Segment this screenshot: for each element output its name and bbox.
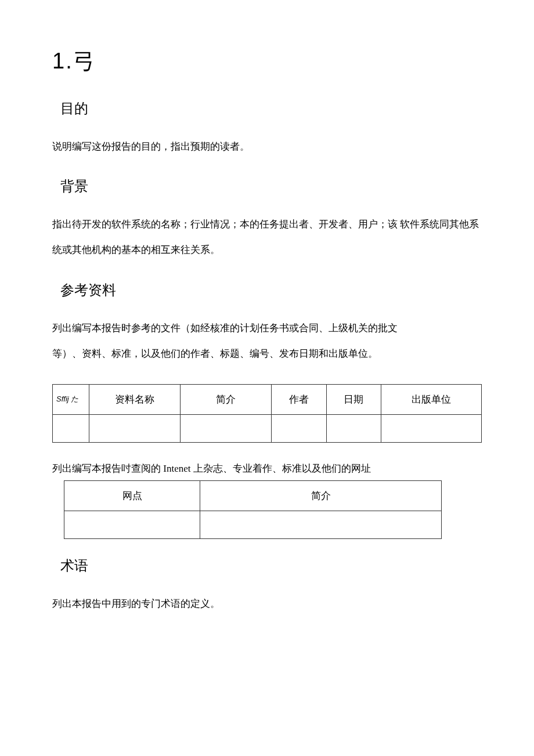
table-row xyxy=(53,414,482,442)
table-header-name: 资料名称 xyxy=(89,384,180,414)
table-cell-empty xyxy=(53,414,89,442)
table-row: Sffij た 资料名称 简介 作者 日期 出版单位 xyxy=(53,384,482,414)
subsection-references-title: 参考资料 xyxy=(52,281,482,299)
table-header-publisher: 出版单位 xyxy=(381,384,482,414)
references-text1: 列出编写本报告时参考的文件（如经核准的计划任务书或合同、上级机关的批文 xyxy=(52,323,398,334)
table-cell-empty xyxy=(326,414,381,442)
subsection-purpose-title: 目的 xyxy=(52,99,482,118)
subsection-references-text: 列出编写本报告时参考的文件（如经核准的计划任务书或合同、上级机关的批文 等）、资… xyxy=(52,316,482,367)
subsection-purpose-text: 说明编写这份报告的目的，指出预期的读者。 xyxy=(52,134,482,160)
table-header-intro: 简介 xyxy=(181,384,272,414)
table-header-date: 日期 xyxy=(326,384,381,414)
subsection-terms-title: 术语 xyxy=(52,556,482,575)
table-cell-empty xyxy=(381,414,482,442)
references-text2: 等）、资料、标准，以及他们的作者、标题、编号、发布日期和出版单位。 xyxy=(52,348,378,359)
table-cell-empty xyxy=(272,414,326,442)
references-table-2: 网点 简介 xyxy=(64,480,442,539)
table-header-author: 作者 xyxy=(272,384,326,414)
heading-main-text: 1.弓 xyxy=(52,49,96,73)
table-header-site: 网点 xyxy=(64,480,200,511)
table-cell-empty xyxy=(181,414,272,442)
subsection-terms-text: 列出本报告中用到的专门术语的定义。 xyxy=(52,591,482,617)
table-row xyxy=(64,511,442,538)
table-cell-empty xyxy=(200,511,442,538)
section-heading-1: 1.弓 xyxy=(52,46,482,76)
table-cell-empty xyxy=(89,414,180,442)
table-cell-empty xyxy=(64,511,200,538)
subsection-background-title: 背景 xyxy=(52,177,482,196)
subsection-background-text: 指出待开发的软件系统的名称；行业情况；本的任务提出者、开发者、用户；该 软件系统… xyxy=(52,212,482,263)
table-row: 网点 简介 xyxy=(64,480,442,511)
table-header-sffij: Sffij た xyxy=(53,384,89,414)
references-table-1: Sffij た 资料名称 简介 作者 日期 出版单位 xyxy=(52,384,482,443)
table-header-intro: 简介 xyxy=(200,480,442,511)
references-text3: 列出编写本报告吋查阅的 Intenet 上杂志、专业着作、标准以及他们的网址 xyxy=(52,460,482,478)
